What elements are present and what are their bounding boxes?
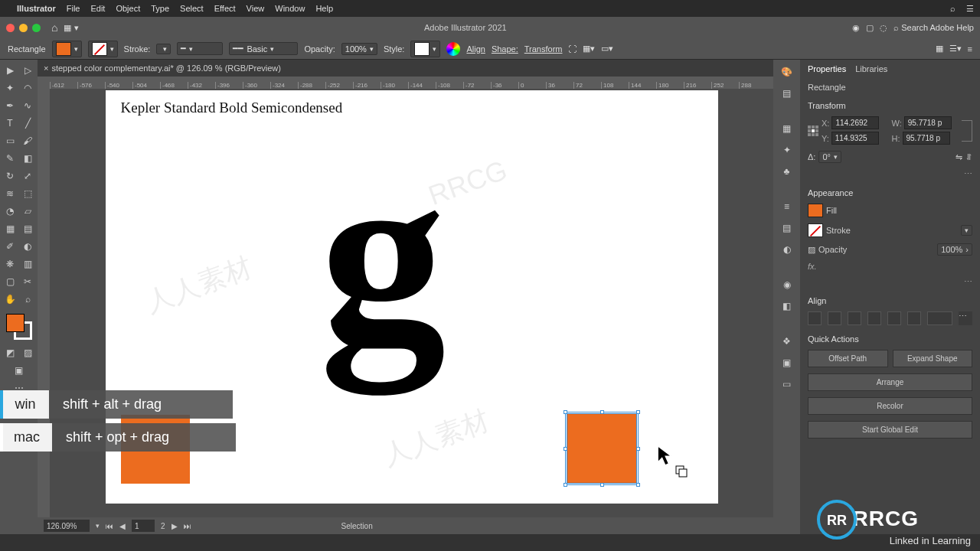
align-left-icon[interactable] <box>808 311 822 325</box>
window-menu[interactable]: Window <box>275 4 305 13</box>
style-swatch-dropdown[interactable]: ▾ <box>410 41 440 57</box>
fx-label[interactable]: fx. <box>808 262 972 271</box>
object-menu[interactable]: Object <box>116 4 140 13</box>
close-tab-icon[interactable]: × <box>44 64 48 73</box>
offset-path-button[interactable]: Offset Path <box>808 350 888 367</box>
artboard-next-icon[interactable]: ▶ <box>172 522 178 530</box>
tab-libraries[interactable]: Libraries <box>855 64 887 73</box>
zoom-field[interactable]: 126.09% <box>44 520 90 532</box>
align-top-icon[interactable] <box>867 311 881 325</box>
expand-shape-button[interactable]: Expand Shape <box>893 350 973 367</box>
column-graph-tool-icon[interactable]: ▥ <box>20 256 35 272</box>
x-field[interactable] <box>831 116 879 129</box>
start-global-edit-button[interactable]: Start Global Edit <box>808 421 972 439</box>
croparea-icon[interactable]: ▦▾ <box>583 44 595 54</box>
zoom-tool-icon[interactable]: ⌕ <box>20 292 35 307</box>
brushes-panel-icon[interactable]: ✦ <box>778 142 796 158</box>
reference-point-icon[interactable] <box>808 126 818 136</box>
listview-icon[interactable]: ☰▾ <box>949 44 962 54</box>
color-mode-icon[interactable]: ◩ <box>2 345 18 360</box>
perspective-tool-icon[interactable]: ▱ <box>20 204 35 219</box>
transform-link[interactable]: Transform <box>524 44 563 54</box>
arrange-docs-icon[interactable]: ▦ ▾ <box>64 23 78 33</box>
align-bottom-icon[interactable] <box>907 311 921 325</box>
stroke-swatch-dropdown[interactable]: ▾ <box>88 41 118 57</box>
brush-dropdown[interactable]: ━━Basic▾ <box>229 42 298 55</box>
width-tool-icon[interactable]: ≋ <box>2 186 18 201</box>
panel-menu-icon[interactable]: ≡ <box>968 44 972 54</box>
cloud-user-icon[interactable]: ◉ <box>852 23 860 33</box>
select-menu[interactable]: Select <box>180 4 204 13</box>
tab-properties[interactable]: Properties <box>808 64 846 73</box>
type-menu[interactable]: Type <box>151 4 169 13</box>
artboard-num-field[interactable]: 1 <box>132 520 155 532</box>
h-field[interactable] <box>903 132 950 145</box>
fill-stroke-indicator[interactable] <box>6 314 32 340</box>
align-link[interactable]: Align <box>466 44 485 54</box>
type-tool-icon[interactable]: T <box>2 116 18 131</box>
assetexport-panel-icon[interactable]: ▣ <box>778 355 796 370</box>
recolor-icon[interactable] <box>446 42 460 56</box>
gridview-icon[interactable]: ▦ <box>936 44 943 54</box>
align-vcenter-icon[interactable] <box>887 311 901 325</box>
stroke-swatch[interactable] <box>808 223 823 237</box>
home-icon[interactable]: ⌂ <box>51 21 57 34</box>
mask-icon[interactable]: ▭▾ <box>601 44 613 54</box>
slice-tool-icon[interactable]: ✂ <box>20 274 35 289</box>
angle-dropdown[interactable]: 0°▾ <box>818 151 841 163</box>
shape-builder-tool-icon[interactable]: ◔ <box>2 204 18 219</box>
align-more-icon[interactable]: ⋯ <box>959 311 972 325</box>
paintbrush-tool-icon[interactable]: 🖌 <box>20 133 35 148</box>
symbol-sprayer-tool-icon[interactable]: ❋ <box>2 256 18 272</box>
canvas[interactable]: Kepler Standard Bold Semicondensed g 人人 <box>50 89 773 517</box>
w-field[interactable] <box>904 116 952 129</box>
search-icon[interactable]: ⌕ <box>950 4 956 13</box>
artboard-prev-icon[interactable]: ◀ <box>119 522 126 530</box>
edit-menu[interactable]: Edit <box>90 4 105 13</box>
artboard-first-icon[interactable]: ⏮ <box>106 522 113 530</box>
appearance-more-icon[interactable]: ⋯ <box>808 277 972 287</box>
effect-menu[interactable]: Effect <box>214 4 236 13</box>
line-tool-icon[interactable]: ╱ <box>20 116 35 131</box>
align-right-icon[interactable] <box>848 311 861 325</box>
magic-wand-tool-icon[interactable]: ✦ <box>2 80 18 96</box>
opacity-field[interactable]: 100%▾ <box>341 43 377 55</box>
help-menu[interactable]: Help <box>315 4 333 13</box>
lasso-tool-icon[interactable]: ◠ <box>20 80 35 96</box>
appearance-panel-icon[interactable]: ◉ <box>778 277 796 292</box>
blend-tool-icon[interactable]: ◐ <box>20 239 35 254</box>
free-transform-tool-icon[interactable]: ⬚ <box>20 186 35 201</box>
tips-icon[interactable]: ◌ <box>880 23 887 33</box>
rotate-tool-icon[interactable]: ↻ <box>2 168 18 184</box>
artboard-last-icon[interactable]: ⏭ <box>184 522 191 530</box>
fill-swatch-dropdown[interactable]: ▾ <box>52 41 82 57</box>
gradient-panel-icon[interactable]: ▤ <box>778 220 796 236</box>
window-controls[interactable] <box>6 24 41 32</box>
artboards-panel-icon[interactable]: ▭ <box>778 377 796 392</box>
opacity-dropdown[interactable]: 100%› <box>937 243 972 256</box>
eyedropper-tool-icon[interactable]: ✐ <box>2 239 18 254</box>
view-menu[interactable]: View <box>247 4 265 13</box>
swatches-panel-icon[interactable]: ▦ <box>778 121 796 136</box>
symbols-panel-icon[interactable]: ♣ <box>778 164 796 179</box>
stroke-panel-icon[interactable]: ≡ <box>778 199 796 214</box>
scale-tool-icon[interactable]: ⤢ <box>20 168 35 184</box>
file-menu[interactable]: File <box>67 4 80 13</box>
orange-square-selected[interactable] <box>567 413 637 484</box>
pen-tool-icon[interactable]: ✒ <box>2 98 18 113</box>
selection-tool-icon[interactable]: ▶ <box>2 63 18 78</box>
stroke-weight-stepper[interactable]: ▾ <box>156 44 171 54</box>
graphicstyles-panel-icon[interactable]: ◧ <box>778 298 796 314</box>
y-field[interactable] <box>831 132 879 145</box>
more-options-icon[interactable]: ⋯ <box>808 169 972 179</box>
colorguide-panel-icon[interactable]: ▤ <box>778 86 796 101</box>
curvature-tool-icon[interactable]: ∿ <box>20 98 35 113</box>
gradient-tool-icon[interactable]: ▤ <box>20 221 35 236</box>
link-wh-icon[interactable] <box>962 120 972 142</box>
fill-swatch[interactable] <box>808 204 823 217</box>
eraser-tool-icon[interactable]: ◧ <box>20 151 35 166</box>
varwidth-profile-dropdown[interactable]: ━▾ <box>177 42 223 55</box>
app-menu[interactable]: Illustrator <box>17 4 56 13</box>
color-panel-icon[interactable]: 🎨 <box>778 64 796 80</box>
screen-mode-icon[interactable]: ▣ <box>11 363 27 378</box>
